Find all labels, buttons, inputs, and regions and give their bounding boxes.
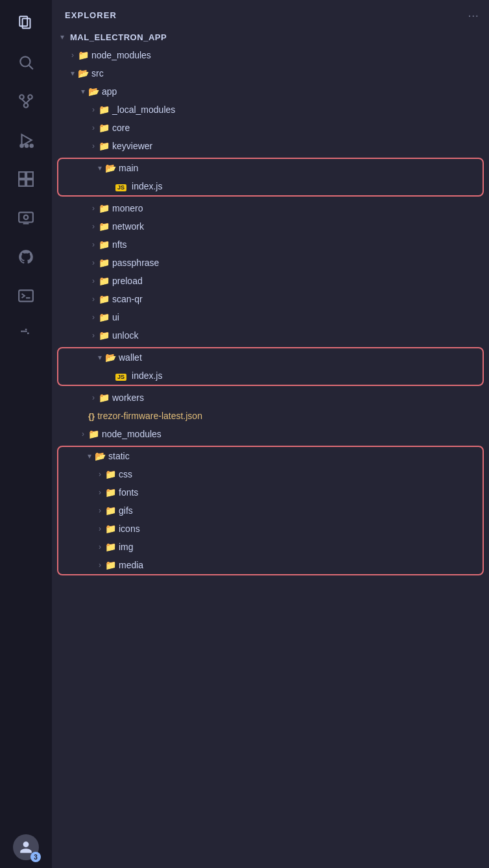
- folder-icon: 📁: [99, 294, 110, 304]
- docker-activity-icon[interactable]: [9, 318, 43, 352]
- item-label: img: [119, 542, 476, 552]
- tree-root[interactable]: ▾ MAL_ELECTRON_APP: [52, 28, 489, 46]
- spacer: [105, 370, 115, 381]
- svg-rect-15: [19, 180, 25, 186]
- item-label: main: [119, 163, 476, 173]
- list-item[interactable]: › 📁 unlock: [52, 326, 489, 344]
- list-item[interactable]: › 📁 node_modules: [52, 46, 489, 64]
- list-item[interactable]: › 📁 keyviewer: [52, 137, 489, 155]
- folder-icon: 📁: [99, 221, 110, 232]
- wallet-highlight-group: ▾ 📂 wallet JS index.js: [57, 347, 484, 386]
- list-item[interactable]: ▾ 📂 main: [58, 159, 483, 177]
- list-item[interactable]: › 📁 monero: [52, 199, 489, 217]
- explorer-header: EXPLORER ···: [52, 0, 489, 28]
- search-activity-icon[interactable]: [9, 45, 43, 79]
- folder-icon: 📁: [105, 524, 116, 534]
- source-control-activity-icon[interactable]: [9, 84, 43, 118]
- list-item[interactable]: JS index.js: [58, 177, 483, 195]
- root-label: MAL_ELECTRON_APP: [70, 32, 483, 42]
- list-item[interactable]: ▾ 📂 static: [58, 447, 483, 465]
- list-item[interactable]: › 📁 icons: [58, 520, 483, 538]
- item-label: keyviewer: [112, 141, 483, 151]
- sidebar-explorer: EXPLORER ··· ▾ MAL_ELECTRON_APP › 📁 node…: [52, 0, 489, 868]
- item-label: css: [119, 469, 476, 479]
- explorer-title: EXPLORER: [65, 10, 117, 20]
- list-item[interactable]: ▾ 📂 src: [52, 64, 489, 82]
- folder-icon: 📁: [88, 429, 99, 439]
- static-highlight-group: ▾ 📂 static › 📁 css › 📁 fonts ›: [57, 446, 484, 575]
- list-item[interactable]: › 📁 media: [58, 556, 483, 574]
- svg-rect-0: [19, 16, 27, 26]
- user-avatar[interactable]: 3: [13, 834, 39, 860]
- folder-icon: 📂: [88, 86, 99, 97]
- extensions-activity-icon[interactable]: [9, 162, 43, 196]
- chevron-down-icon: ▾: [67, 68, 78, 78]
- svg-line-8: [26, 99, 30, 104]
- item-label: scan-qr: [112, 294, 483, 304]
- folder-icon: 📂: [105, 163, 116, 173]
- item-label: _local_modules: [112, 104, 483, 115]
- list-item[interactable]: › 📁 img: [58, 538, 483, 556]
- remote-explorer-activity-icon[interactable]: [9, 201, 43, 235]
- activity-bar: 3: [0, 0, 52, 868]
- item-label: gifs: [119, 505, 476, 516]
- json-file-icon: {}: [88, 411, 95, 421]
- svg-point-10: [20, 145, 23, 147]
- list-item[interactable]: › 📁 css: [58, 465, 483, 483]
- item-label: app: [102, 86, 483, 97]
- list-item[interactable]: › 📁 network: [52, 217, 489, 235]
- item-label: static: [108, 451, 476, 461]
- list-item[interactable]: › 📁 workers: [52, 389, 489, 407]
- run-debug-activity-icon[interactable]: [9, 123, 43, 157]
- svg-rect-14: [27, 172, 33, 178]
- item-label: core: [112, 123, 483, 133]
- chevron-right-icon: ›: [88, 258, 99, 268]
- folder-icon: 📁: [99, 330, 110, 341]
- list-item[interactable]: › 📁 core: [52, 119, 489, 137]
- list-item[interactable]: › 📁 ui: [52, 308, 489, 326]
- item-label: icons: [119, 524, 476, 534]
- chevron-right-icon: ›: [88, 203, 99, 213]
- spacer: [78, 411, 88, 421]
- svg-point-11: [30, 145, 33, 147]
- list-item[interactable]: JS index.js: [58, 367, 483, 385]
- terminal-activity-icon[interactable]: [9, 279, 43, 313]
- spacer: [105, 181, 115, 191]
- item-label: index.js: [132, 370, 476, 381]
- list-item[interactable]: › 📁 passphrase: [52, 254, 489, 272]
- chevron-right-icon: ›: [95, 505, 105, 516]
- list-item[interactable]: › 📁 node_modules: [52, 425, 489, 443]
- item-label: nfts: [112, 239, 483, 250]
- files-activity-icon[interactable]: [9, 6, 43, 40]
- chevron-right-icon: ›: [95, 524, 105, 534]
- folder-icon: 📂: [95, 451, 106, 461]
- chevron-right-icon: ›: [95, 487, 105, 498]
- folder-icon: 📁: [99, 239, 110, 250]
- item-label: passphrase: [112, 258, 483, 268]
- list-item[interactable]: ▾ 📂 app: [52, 82, 489, 101]
- list-item[interactable]: › 📁 fonts: [58, 483, 483, 501]
- svg-rect-17: [19, 212, 33, 222]
- item-label: ui: [112, 312, 483, 322]
- explorer-more-icon[interactable]: ···: [468, 8, 479, 23]
- item-label: media: [119, 560, 476, 570]
- item-label: node_modules: [91, 50, 483, 60]
- js-file-icon: JS: [115, 370, 126, 381]
- folder-icon: 📁: [99, 141, 110, 151]
- file-tree: ▾ MAL_ELECTRON_APP › 📁 node_modules ▾ 📂 …: [52, 28, 489, 591]
- list-item[interactable]: › 📁 nfts: [52, 235, 489, 254]
- list-item[interactable]: › 📁 preload: [52, 272, 489, 290]
- list-item[interactable]: › 📁 _local_modules: [52, 101, 489, 119]
- chevron-right-icon: ›: [88, 221, 99, 232]
- folder-icon: 📁: [99, 123, 110, 133]
- list-item[interactable]: › 📁 gifs: [58, 501, 483, 520]
- list-item[interactable]: ▾ 📂 wallet: [58, 348, 483, 367]
- chevron-right-icon: ›: [95, 469, 105, 479]
- chevron-right-icon: ›: [88, 141, 99, 151]
- svg-point-2: [20, 56, 30, 66]
- svg-line-7: [22, 99, 27, 104]
- list-item[interactable]: {} trezor-firmware-latest.json: [52, 407, 489, 425]
- github-activity-icon[interactable]: [9, 240, 43, 274]
- svg-point-6: [24, 103, 29, 108]
- list-item[interactable]: › 📁 scan-qr: [52, 290, 489, 308]
